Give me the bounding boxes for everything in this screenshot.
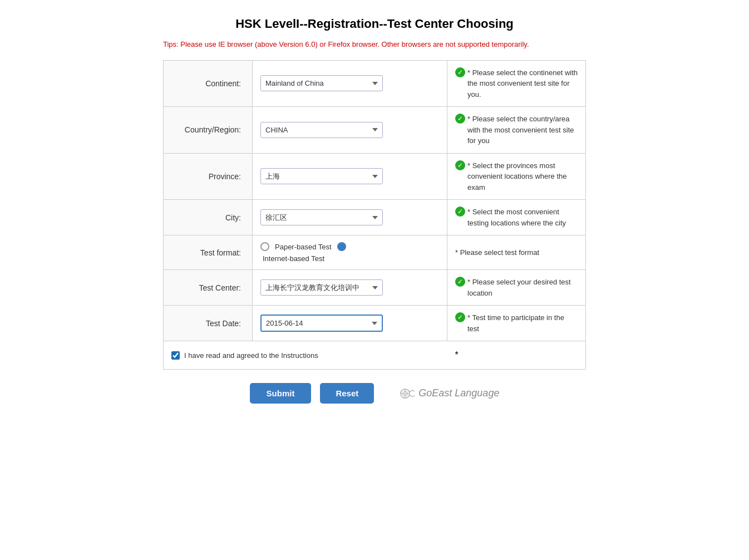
testcenter-label: Test Center: xyxy=(164,270,253,306)
country-hint: * Please select the country/area with th… xyxy=(467,114,578,146)
province-row: Province: 上海 ✓ * Select the provinces mo… xyxy=(164,153,586,200)
continent-input-cell: Mainland of China xyxy=(253,60,447,107)
testcenter-select[interactable]: 上海长宁汉龙教育文化培训中 xyxy=(260,279,383,296)
agree-checkbox[interactable] xyxy=(171,351,180,360)
continent-row: Continent: Mainland of China ✓ * Please … xyxy=(164,60,586,107)
continent-select[interactable]: Mainland of China xyxy=(260,75,383,91)
province-label: Province: xyxy=(164,153,253,200)
testformat-input-cell: Paper-based Test Internet-based Test xyxy=(253,235,447,270)
page-title: HSK LevelI--Registration--Test Center Ch… xyxy=(163,17,586,31)
testcenter-check-icon: ✓ xyxy=(455,277,465,287)
agree-asterisk-cell: * xyxy=(447,341,586,370)
registration-form: Continent: Mainland of China ✓ * Please … xyxy=(163,60,586,370)
testformat-hint: * Please select test format xyxy=(455,248,539,257)
testformat-hint-cell: * Please select test format xyxy=(447,235,586,270)
paper-radio-unchecked xyxy=(260,242,269,251)
brand-logo-icon xyxy=(400,387,415,400)
agree-label: I have read and agreed to the Instructio… xyxy=(184,351,318,360)
country-check-icon: ✓ xyxy=(455,114,465,124)
submit-button[interactable]: Submit xyxy=(250,383,312,404)
brand-name: GoEast Language xyxy=(418,387,499,399)
city-label: City: xyxy=(164,200,253,235)
city-check-icon: ✓ xyxy=(455,207,465,217)
reset-button[interactable]: Reset xyxy=(320,383,374,404)
internet-test-label: Internet-based Test xyxy=(263,254,439,263)
country-label: Country/Region: xyxy=(164,107,253,154)
testdate-hint: * Test time to participate in the test xyxy=(467,312,578,334)
city-row: City: 徐汇区 ✓ * Select the most convenient… xyxy=(164,200,586,235)
internet-radio-checked xyxy=(337,242,346,251)
city-hint-cell: ✓ * Select the most convenient testing l… xyxy=(447,200,586,235)
continent-check-icon: ✓ xyxy=(455,67,465,77)
testformat-label: Test format: xyxy=(164,235,253,270)
province-check-icon: ✓ xyxy=(455,160,465,170)
country-row: Country/Region: CHINA ✓ * Please select … xyxy=(164,107,586,154)
testdate-input-cell: 2015-06-14 xyxy=(253,306,447,341)
tips-text: Tips: Please use IE browser (above Versi… xyxy=(163,39,586,50)
testdate-label: Test Date: xyxy=(164,306,253,341)
province-hint-cell: ✓ * Select the provinces most convenient… xyxy=(447,153,586,200)
country-input-cell: CHINA xyxy=(253,107,447,154)
agree-cell: I have read and agreed to the Instructio… xyxy=(164,341,447,370)
buttons-row: Submit Reset GoEast Language xyxy=(163,383,586,404)
agree-row: I have read and agreed to the Instructio… xyxy=(164,341,586,370)
province-select[interactable]: 上海 xyxy=(260,168,383,184)
paper-test-label: Paper-based Test xyxy=(275,243,332,251)
province-input-cell: 上海 xyxy=(253,153,447,200)
province-hint: * Select the provinces most convenient l… xyxy=(467,160,578,193)
continent-hint: * Please select the continenet with the … xyxy=(467,67,578,100)
country-hint-cell: ✓ * Please select the country/area with … xyxy=(447,107,586,154)
city-select[interactable]: 徐汇区 xyxy=(260,209,383,225)
testdate-row: Test Date: 2015-06-14 ✓ * Test time to p… xyxy=(164,306,586,341)
continent-label: Continent: xyxy=(164,60,253,107)
testdate-hint-cell: ✓ * Test time to participate in the test xyxy=(447,306,586,341)
continent-hint-cell: ✓ * Please select the continenet with th… xyxy=(447,60,586,107)
city-input-cell: 徐汇区 xyxy=(253,200,447,235)
city-hint: * Select the most convenient testing loc… xyxy=(467,207,578,228)
testdate-check-icon: ✓ xyxy=(455,312,465,322)
testdate-select[interactable]: 2015-06-14 xyxy=(260,315,383,332)
brand-logo: GoEast Language xyxy=(400,387,499,400)
country-select[interactable]: CHINA xyxy=(260,122,383,138)
testcenter-hint-cell: ✓ * Please select your desired test loca… xyxy=(447,270,586,306)
testcenter-row: Test Center: 上海长宁汉龙教育文化培训中 ✓ * Please se… xyxy=(164,270,586,306)
testcenter-input-cell: 上海长宁汉龙教育文化培训中 xyxy=(253,270,447,306)
testformat-row: Test format: Paper-based Test Internet-b… xyxy=(164,235,586,270)
testcenter-hint: * Please select your desired test locati… xyxy=(467,277,578,298)
